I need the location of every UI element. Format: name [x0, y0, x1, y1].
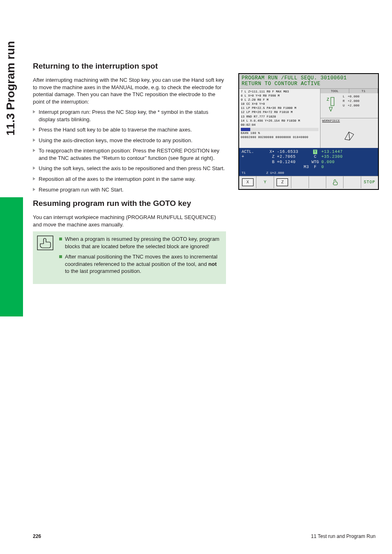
- tool-id: T1: [349, 89, 378, 93]
- axis-value: 0.000: [321, 160, 354, 165]
- axis-value: +0.1240: [277, 160, 309, 165]
- nc-line: 13 RND R7.777 F1020: [241, 115, 318, 119]
- feed-label: F: [309, 165, 321, 170]
- axis-value: +35.2300: [321, 155, 354, 160]
- progress-bar: [241, 128, 318, 131]
- z-axis-icon: Z: [321, 93, 341, 118]
- page-footer: 226 11 Test run and Program Run: [33, 533, 376, 539]
- nc-line: 11 LP PR+22.5 PA+36 R0 F1000 M: [241, 106, 318, 110]
- workpiece-label: WORKPIECE: [321, 118, 378, 123]
- list-item: Using the axis-direction keys, move the …: [33, 137, 226, 144]
- side-tab: 11.3 Program run: [0, 66, 23, 316]
- list-item: Interrupt program run: Press the NC Stop…: [33, 108, 226, 123]
- substrip: T1 Z U+2.000: [239, 171, 378, 176]
- return-steps: Interrupt program run: Press the NC Stop…: [33, 108, 226, 193]
- softkey-row: X Y Z STOP: [239, 176, 378, 188]
- para-return-intro: After interrupting machining with the NC…: [33, 76, 226, 105]
- svg-rect-2: [331, 97, 334, 106]
- side-tab-accent: [0, 197, 23, 316]
- workpiece-graphic: [321, 123, 378, 148]
- title-line-1: PROGRAM RUN /FULL SEQU. 30100601: [242, 75, 376, 81]
- softkey-z[interactable]: Z: [277, 178, 288, 186]
- axis-value: +13.1447: [321, 150, 354, 155]
- tool-tab: TOOL: [321, 89, 349, 93]
- tool-values: L+0.000 R+2.000 U+2.000: [341, 93, 378, 118]
- axis-value: +2.7065: [277, 155, 309, 160]
- list-item: To reapproach the interruption position:…: [33, 147, 226, 162]
- softkey-stop[interactable]: STOP: [364, 180, 375, 185]
- side-tab-label: 11.3 Program run: [4, 41, 17, 136]
- heading-return: Returning to the interruption spot: [33, 62, 226, 71]
- nc-line: 14 L X-8.498 Y+26.154 R0 F1030 M: [241, 119, 318, 123]
- tool-panel: TOOL T1 Z L+0.000 R+2.000 U+2.000 WORKP: [321, 89, 378, 148]
- chapter-title: 11 Test run and Program Run: [311, 533, 376, 539]
- nc-code-panel: 7 L Z+111.111 R0 F MAX M03 8 L X+0 Y+0 R…: [239, 89, 321, 148]
- nc-line: 10 CC X+0 Y+0: [241, 102, 318, 106]
- feed-value: 0: [321, 165, 354, 170]
- tnc-screenshot: PROGRAM RUN /FULL SEQU. 30100601 RETURN …: [238, 73, 379, 190]
- svg-text:Z: Z: [327, 97, 329, 102]
- nc-line: 9 L Z-20 R0 F M: [241, 98, 318, 102]
- list-item: Using the soft keys, select the axis to …: [33, 165, 226, 172]
- list-item: Press the Hand soft key to be able to tr…: [33, 126, 226, 134]
- main-content: Returning to the interruption spot After…: [33, 62, 226, 284]
- nc-line: 8 L X+0 Y+0 R0 F990 M: [241, 94, 318, 98]
- heading-goto: Resuming program run with the GOTO key: [33, 199, 226, 208]
- note-item: When a program is resumed by pressing th…: [59, 235, 220, 250]
- softkey-x[interactable]: X: [242, 178, 254, 186]
- note-bold: not: [208, 261, 217, 267]
- m-code: M3: [277, 165, 309, 170]
- title-line-2: RETURN TO CONTOUR ACTIVE: [242, 81, 376, 87]
- progress-nums: 00002000 00200000 00000000 01040000: [241, 136, 318, 139]
- nc-line: 12 LP PR+26 PA+72 R0 F1010 M: [241, 110, 318, 114]
- nc-line: 7 L Z+111.111 R0 F MAX M03: [241, 90, 318, 94]
- note-list: When a program is resumed by pressing th…: [59, 235, 220, 278]
- note-hand-icon: [37, 235, 53, 250]
- note-item: After manual positioning the TNC moves t…: [59, 253, 220, 275]
- tool-id: T1: [242, 171, 266, 175]
- para-goto-intro: You can interrupt workpiece machining (P…: [33, 214, 226, 228]
- axis-name: C: [309, 155, 321, 160]
- axis-name-highlight: Y: [313, 150, 317, 154]
- axis-value: -16.6533: [277, 150, 309, 155]
- page-number: 226: [33, 533, 41, 539]
- list-item: Reposition all of the axes to the interr…: [33, 175, 226, 183]
- actl-label: ACTL.: [242, 150, 266, 155]
- softkey-y[interactable]: Y: [260, 179, 270, 186]
- note-text: When a program is resumed by pressing th…: [65, 236, 219, 249]
- axis-name: X•: [266, 150, 277, 155]
- list-item: Resume program run with NC Start.: [33, 186, 226, 194]
- axis-name: WTG: [309, 160, 321, 165]
- axis-name: Z: [266, 155, 277, 160]
- screenshot-titlebar: PROGRAM RUN /FULL SEQU. 30100601 RETURN …: [239, 74, 378, 89]
- note-text: After manual positioning the TNC moves t…: [65, 254, 217, 267]
- axis-name: B: [266, 160, 277, 165]
- note-box: When a program is resumed by pressing th…: [33, 231, 226, 284]
- tool-offset: Z U+2.000: [266, 171, 311, 175]
- nc-line: 00:02:04: [241, 123, 318, 127]
- actual-position-strip: ACTL. X• -16.6533 Y +13.1447 + Z +2.7065…: [239, 148, 378, 171]
- progress-label: BAHN 100 %: [241, 132, 318, 135]
- softkey-hand-icon[interactable]: [326, 176, 344, 188]
- note-text: to the last programmed position.: [65, 268, 141, 274]
